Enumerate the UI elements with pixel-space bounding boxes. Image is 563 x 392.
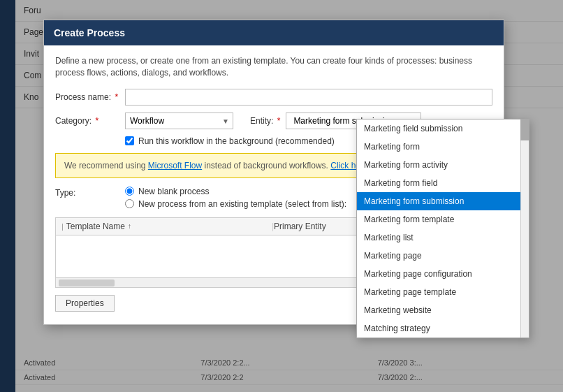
radio-blank-process: New blank process	[125, 187, 346, 196]
modal-header: Create Process	[44, 20, 504, 45]
warning-middle: instead of background workflows.	[202, 161, 330, 170]
category-label: Category: *	[55, 116, 125, 126]
dropdown-item-11[interactable]: Matching strategy	[357, 319, 529, 337]
radio-group: New blank process New process from an ex…	[125, 187, 346, 209]
background-workflow-checkbox[interactable]	[125, 136, 134, 145]
required-star-category: *	[95, 116, 98, 126]
dropdown-item-2[interactable]: Marketing form activity	[357, 156, 529, 174]
process-name-row: Process name: *	[55, 89, 492, 106]
dropdown-item-6[interactable]: Marketing list	[357, 228, 529, 247]
dropdown-item-0[interactable]: Marketing field submission	[357, 119, 529, 138]
dropdown-item-3[interactable]: Marketing form field	[357, 174, 529, 192]
dropdown-item-10[interactable]: Marketing website	[357, 301, 529, 319]
dropdown-item-4[interactable]: Marketing form submission	[357, 192, 529, 210]
dropdown-item-9[interactable]: Marketing page template	[357, 283, 529, 301]
scrollbar-thumb	[59, 280, 115, 286]
dropdown-item-8[interactable]: Marketing page configuration	[357, 265, 529, 283]
properties-button[interactable]: Properties	[55, 295, 115, 312]
col-sort-indicator: |	[61, 222, 64, 231]
modal-title: Create Process	[54, 27, 125, 38]
dropdown-scroll-thumb	[520, 119, 529, 140]
radio-template-label: New process from an existing template (s…	[138, 199, 346, 209]
dropdown-item-7[interactable]: Marketing page	[357, 247, 529, 265]
col-name-header: | Template Name ↑ |	[61, 222, 274, 231]
required-star-entity: *	[277, 116, 281, 126]
dropdown-scrollbar[interactable]	[520, 119, 529, 337]
modal-description: Define a new process, or create one from…	[55, 55, 492, 79]
microsoft-flow-link[interactable]: Microsoft Flow	[148, 161, 202, 170]
checkbox-label: Run this workflow in the background (rec…	[138, 136, 335, 146]
radio-template-process: New process from an existing template (s…	[125, 199, 346, 209]
entity-dropdown: Marketing field submission Marketing for…	[356, 119, 529, 338]
sort-icon: ↑	[128, 222, 131, 230]
process-name-input[interactable]	[125, 89, 492, 106]
type-label: Type:	[55, 187, 125, 198]
dropdown-item-1[interactable]: Marketing form	[357, 138, 529, 156]
radio-blank-label: New blank process	[138, 187, 209, 196]
radio-template-input[interactable]	[125, 199, 134, 208]
dropdown-item-5[interactable]: Marketing form template	[357, 210, 529, 228]
warning-text-prefix: We recommend using	[64, 161, 148, 170]
category-select-wrapper: Workflow Action Dialog Business Process …	[125, 112, 233, 129]
category-select[interactable]: Workflow Action Dialog Business Process …	[125, 112, 233, 129]
col-entity-label: Primary Entity	[274, 222, 326, 231]
col-name-label: Template Name	[66, 222, 125, 231]
process-name-label: Process name: *	[55, 92, 125, 102]
radio-blank-input[interactable]	[125, 187, 134, 196]
required-star-name: *	[115, 92, 118, 102]
entity-label: Entity: *	[250, 116, 280, 126]
